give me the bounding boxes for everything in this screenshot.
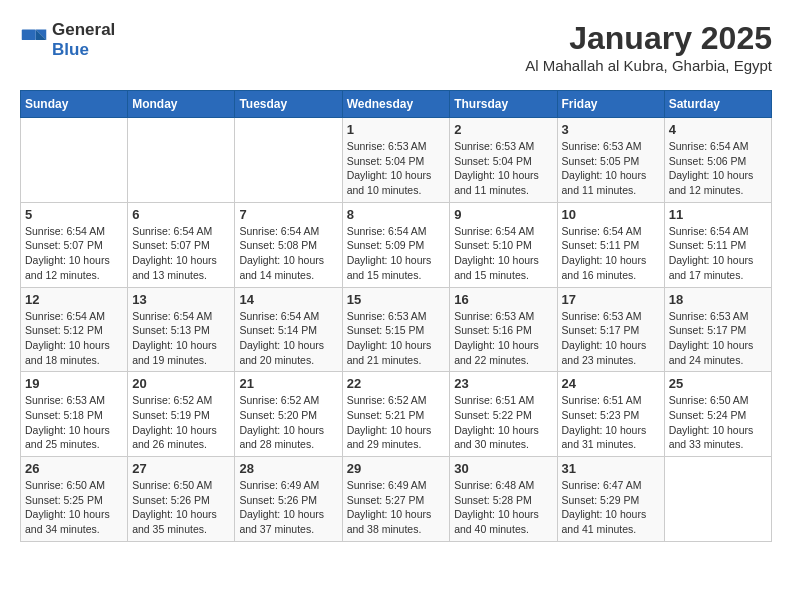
calendar-cell: 16Sunrise: 6:53 AM Sunset: 5:16 PM Dayli… <box>450 287 557 372</box>
calendar-cell: 6Sunrise: 6:54 AM Sunset: 5:07 PM Daylig… <box>128 202 235 287</box>
calendar-cell: 24Sunrise: 6:51 AM Sunset: 5:23 PM Dayli… <box>557 372 664 457</box>
calendar-cell: 21Sunrise: 6:52 AM Sunset: 5:20 PM Dayli… <box>235 372 342 457</box>
day-info: Sunrise: 6:48 AM Sunset: 5:28 PM Dayligh… <box>454 478 552 537</box>
day-info: Sunrise: 6:53 AM Sunset: 5:04 PM Dayligh… <box>347 139 446 198</box>
weekday-saturday: Saturday <box>664 91 771 118</box>
day-number: 12 <box>25 292 123 307</box>
calendar-table: SundayMondayTuesdayWednesdayThursdayFrid… <box>20 90 772 542</box>
title-block: January 2025 Al Mahallah al Kubra, Gharb… <box>525 20 772 74</box>
day-info: Sunrise: 6:49 AM Sunset: 5:27 PM Dayligh… <box>347 478 446 537</box>
day-info: Sunrise: 6:52 AM Sunset: 5:19 PM Dayligh… <box>132 393 230 452</box>
weekday-header-row: SundayMondayTuesdayWednesdayThursdayFrid… <box>21 91 772 118</box>
calendar-cell: 9Sunrise: 6:54 AM Sunset: 5:10 PM Daylig… <box>450 202 557 287</box>
day-number: 18 <box>669 292 767 307</box>
day-number: 8 <box>347 207 446 222</box>
calendar-cell: 17Sunrise: 6:53 AM Sunset: 5:17 PM Dayli… <box>557 287 664 372</box>
day-info: Sunrise: 6:51 AM Sunset: 5:22 PM Dayligh… <box>454 393 552 452</box>
day-info: Sunrise: 6:53 AM Sunset: 5:17 PM Dayligh… <box>669 309 767 368</box>
calendar-cell <box>664 457 771 542</box>
calendar-cell: 29Sunrise: 6:49 AM Sunset: 5:27 PM Dayli… <box>342 457 450 542</box>
day-info: Sunrise: 6:54 AM Sunset: 5:13 PM Dayligh… <box>132 309 230 368</box>
day-number: 19 <box>25 376 123 391</box>
logo: General Blue <box>20 20 115 60</box>
day-info: Sunrise: 6:54 AM Sunset: 5:08 PM Dayligh… <box>239 224 337 283</box>
day-info: Sunrise: 6:53 AM Sunset: 5:17 PM Dayligh… <box>562 309 660 368</box>
page-header: General Blue January 2025 Al Mahallah al… <box>20 20 772 74</box>
weekday-sunday: Sunday <box>21 91 128 118</box>
day-number: 9 <box>454 207 552 222</box>
day-info: Sunrise: 6:50 AM Sunset: 5:26 PM Dayligh… <box>132 478 230 537</box>
day-number: 20 <box>132 376 230 391</box>
day-number: 3 <box>562 122 660 137</box>
calendar-cell: 7Sunrise: 6:54 AM Sunset: 5:08 PM Daylig… <box>235 202 342 287</box>
calendar-cell: 11Sunrise: 6:54 AM Sunset: 5:11 PM Dayli… <box>664 202 771 287</box>
day-number: 13 <box>132 292 230 307</box>
day-info: Sunrise: 6:53 AM Sunset: 5:15 PM Dayligh… <box>347 309 446 368</box>
day-info: Sunrise: 6:52 AM Sunset: 5:20 PM Dayligh… <box>239 393 337 452</box>
calendar-cell: 26Sunrise: 6:50 AM Sunset: 5:25 PM Dayli… <box>21 457 128 542</box>
weekday-thursday: Thursday <box>450 91 557 118</box>
calendar-cell: 13Sunrise: 6:54 AM Sunset: 5:13 PM Dayli… <box>128 287 235 372</box>
day-info: Sunrise: 6:53 AM Sunset: 5:16 PM Dayligh… <box>454 309 552 368</box>
day-info: Sunrise: 6:54 AM Sunset: 5:11 PM Dayligh… <box>669 224 767 283</box>
calendar-cell: 5Sunrise: 6:54 AM Sunset: 5:07 PM Daylig… <box>21 202 128 287</box>
day-info: Sunrise: 6:53 AM Sunset: 5:18 PM Dayligh… <box>25 393 123 452</box>
week-row-3: 12Sunrise: 6:54 AM Sunset: 5:12 PM Dayli… <box>21 287 772 372</box>
day-number: 26 <box>25 461 123 476</box>
calendar-cell: 19Sunrise: 6:53 AM Sunset: 5:18 PM Dayli… <box>21 372 128 457</box>
day-info: Sunrise: 6:54 AM Sunset: 5:14 PM Dayligh… <box>239 309 337 368</box>
calendar-cell: 4Sunrise: 6:54 AM Sunset: 5:06 PM Daylig… <box>664 118 771 203</box>
calendar-cell: 23Sunrise: 6:51 AM Sunset: 5:22 PM Dayli… <box>450 372 557 457</box>
day-info: Sunrise: 6:51 AM Sunset: 5:23 PM Dayligh… <box>562 393 660 452</box>
calendar-cell: 2Sunrise: 6:53 AM Sunset: 5:04 PM Daylig… <box>450 118 557 203</box>
day-info: Sunrise: 6:47 AM Sunset: 5:29 PM Dayligh… <box>562 478 660 537</box>
calendar-cell <box>128 118 235 203</box>
week-row-1: 1Sunrise: 6:53 AM Sunset: 5:04 PM Daylig… <box>21 118 772 203</box>
calendar-cell: 15Sunrise: 6:53 AM Sunset: 5:15 PM Dayli… <box>342 287 450 372</box>
weekday-friday: Friday <box>557 91 664 118</box>
day-info: Sunrise: 6:54 AM Sunset: 5:07 PM Dayligh… <box>25 224 123 283</box>
day-number: 29 <box>347 461 446 476</box>
day-number: 23 <box>454 376 552 391</box>
calendar-cell: 31Sunrise: 6:47 AM Sunset: 5:29 PM Dayli… <box>557 457 664 542</box>
calendar-cell: 22Sunrise: 6:52 AM Sunset: 5:21 PM Dayli… <box>342 372 450 457</box>
calendar-cell <box>21 118 128 203</box>
svg-rect-2 <box>22 30 36 41</box>
day-info: Sunrise: 6:54 AM Sunset: 5:09 PM Dayligh… <box>347 224 446 283</box>
day-number: 16 <box>454 292 552 307</box>
calendar-cell: 12Sunrise: 6:54 AM Sunset: 5:12 PM Dayli… <box>21 287 128 372</box>
week-row-2: 5Sunrise: 6:54 AM Sunset: 5:07 PM Daylig… <box>21 202 772 287</box>
day-info: Sunrise: 6:54 AM Sunset: 5:11 PM Dayligh… <box>562 224 660 283</box>
day-number: 11 <box>669 207 767 222</box>
day-number: 5 <box>25 207 123 222</box>
day-number: 24 <box>562 376 660 391</box>
day-number: 28 <box>239 461 337 476</box>
day-info: Sunrise: 6:54 AM Sunset: 5:10 PM Dayligh… <box>454 224 552 283</box>
day-info: Sunrise: 6:54 AM Sunset: 5:06 PM Dayligh… <box>669 139 767 198</box>
day-number: 27 <box>132 461 230 476</box>
day-number: 10 <box>562 207 660 222</box>
calendar-cell: 3Sunrise: 6:53 AM Sunset: 5:05 PM Daylig… <box>557 118 664 203</box>
day-info: Sunrise: 6:50 AM Sunset: 5:24 PM Dayligh… <box>669 393 767 452</box>
logo-blue: Blue <box>52 40 89 59</box>
day-info: Sunrise: 6:50 AM Sunset: 5:25 PM Dayligh… <box>25 478 123 537</box>
day-info: Sunrise: 6:52 AM Sunset: 5:21 PM Dayligh… <box>347 393 446 452</box>
calendar-cell: 30Sunrise: 6:48 AM Sunset: 5:28 PM Dayli… <box>450 457 557 542</box>
day-number: 2 <box>454 122 552 137</box>
day-number: 17 <box>562 292 660 307</box>
calendar-cell: 10Sunrise: 6:54 AM Sunset: 5:11 PM Dayli… <box>557 202 664 287</box>
calendar-cell: 28Sunrise: 6:49 AM Sunset: 5:26 PM Dayli… <box>235 457 342 542</box>
calendar-cell <box>235 118 342 203</box>
day-number: 30 <box>454 461 552 476</box>
day-info: Sunrise: 6:53 AM Sunset: 5:04 PM Dayligh… <box>454 139 552 198</box>
week-row-5: 26Sunrise: 6:50 AM Sunset: 5:25 PM Dayli… <box>21 457 772 542</box>
day-info: Sunrise: 6:54 AM Sunset: 5:07 PM Dayligh… <box>132 224 230 283</box>
calendar-cell: 27Sunrise: 6:50 AM Sunset: 5:26 PM Dayli… <box>128 457 235 542</box>
calendar-subtitle: Al Mahallah al Kubra, Gharbia, Egypt <box>525 57 772 74</box>
day-number: 1 <box>347 122 446 137</box>
day-info: Sunrise: 6:49 AM Sunset: 5:26 PM Dayligh… <box>239 478 337 537</box>
day-number: 15 <box>347 292 446 307</box>
weekday-wednesday: Wednesday <box>342 91 450 118</box>
weekday-monday: Monday <box>128 91 235 118</box>
day-number: 4 <box>669 122 767 137</box>
